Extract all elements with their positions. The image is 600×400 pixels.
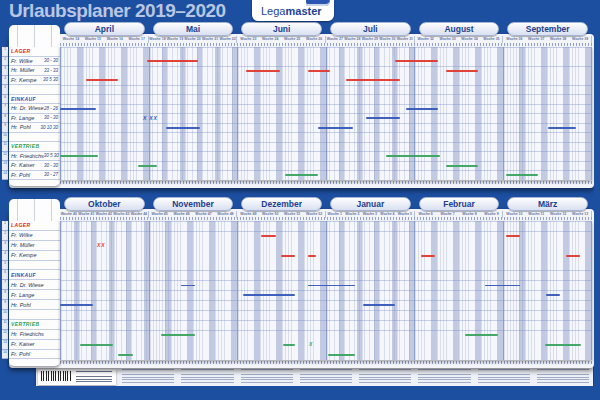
week-label: Woche 29 (361, 36, 379, 43)
week-label: Woche 17 (126, 36, 148, 43)
vacation-mark-kempe (86, 79, 118, 81)
frame-border-bottom (0, 386, 600, 400)
vacation-mark-kaiser (446, 165, 478, 167)
month-week-group: Woche 36Woche 37Woche 38Woche 39 (503, 36, 592, 43)
vacation-mark-kaiser (545, 344, 581, 346)
vacation-marks-layer: X XX (60, 47, 592, 180)
row-number: 4 (2, 76, 8, 86)
member-name: Hr. Friedrichs (11, 153, 44, 159)
week-label: Woche 21 (201, 36, 219, 43)
vacation-days-value: 30 5 30 (43, 77, 58, 82)
day-numbers-footer (60, 181, 592, 184)
week-label: Woche 22 (219, 36, 237, 43)
vacation-mark-lange (546, 294, 560, 296)
vacation-mark-wiese (181, 285, 195, 287)
vacation-days-value: 30 - 30 (44, 115, 58, 120)
frame-border-left (0, 0, 2, 400)
row-number-strip: 1234567891011121314 (2, 47, 8, 180)
planner-panel-winter: OktoberNovemberDezemberJanuarFebruarMärz… (2, 197, 594, 368)
group-label: LAGER (11, 48, 31, 54)
brand-light: Lega (261, 5, 285, 17)
vacation-mark-kempe (308, 255, 316, 257)
vacation-mark-kempe (566, 255, 580, 257)
row-number-strip: 1234567891011121314 (2, 221, 8, 360)
vacation-mark-pohl_e (548, 127, 576, 129)
holiday-legend-column (122, 369, 174, 386)
names-column-header (9, 25, 60, 47)
month-tab-oktober: Oktober (64, 197, 145, 211)
week-label: Woche 26 (303, 36, 325, 43)
month-week-group: Woche 27Woche 28Woche 29Woche 30Woche 31 (326, 36, 415, 43)
spacer-row (9, 85, 60, 95)
brand-bold: master (285, 5, 321, 17)
month-tab-dezember: Dezember (241, 197, 322, 211)
month-tab-november: November (153, 197, 234, 211)
planner-board-photo: Urlaubsplaner 2019–2020 Legamaster April… (0, 0, 600, 400)
week-label: Woche 39 (569, 36, 591, 43)
month-tab-februar: Februar (419, 197, 500, 211)
row-number: 14 (2, 171, 8, 181)
vacation-mark-mueller (246, 70, 280, 72)
row-number: 10 (2, 133, 8, 143)
vacation-mark-pohl_e (363, 304, 395, 306)
vacation-mark-wilke (506, 235, 520, 237)
member-name: Fr. Kempe (11, 252, 36, 258)
member-name: Fr. Wilke (11, 232, 32, 238)
week-label: Woche 35 (480, 36, 502, 43)
vacation-mark-wiese (406, 108, 438, 110)
brand-tab: Legamaster (252, 0, 334, 21)
week-label: Woche 18 (149, 36, 167, 43)
barcode (41, 371, 71, 381)
group-header-lager: LAGER (9, 47, 60, 57)
vacation-mark-friedrichs (161, 334, 195, 336)
vacation-marks-layer: XXX (60, 221, 592, 360)
row-number: 9 (2, 123, 8, 133)
vacation-mark-kaiser (283, 344, 295, 346)
week-label: Woche 19 (166, 36, 184, 43)
week-label: Woche 30 (379, 36, 397, 43)
row-number: 10 (2, 310, 8, 320)
group-header-lager: LAGER (9, 221, 60, 231)
group-header-einkauf: EINKAUF (9, 95, 60, 105)
week-label: Woche 14 (60, 36, 82, 43)
week-label: Woche 34 (459, 36, 481, 43)
group-header-vertrieb: VERTRIEB (9, 142, 60, 152)
row-number: 8 (2, 114, 8, 124)
vacation-mark-wilke (147, 60, 198, 62)
row-number: 5 (2, 261, 8, 271)
calendar-grid: XXX (60, 221, 592, 360)
vacation-days-value: 30 - 30 (44, 163, 58, 168)
row-number: 3 (2, 66, 8, 76)
month-week-group: Woche 14Woche 15Woche 16Woche 17 (60, 36, 149, 43)
month-tab-april: April (64, 22, 145, 36)
member-row-wiese: Hr. Dr. Wiese (9, 280, 60, 290)
vacation-days-value: 30 10 30 (40, 125, 58, 130)
month-tabs-row: OktoberNovemberDezemberJanuarFebruarMärz (60, 197, 592, 211)
row-number: 7 (2, 104, 8, 114)
vacation-mark-kempe (421, 255, 435, 257)
member-name: Hr. Müller (11, 67, 35, 73)
vacation-days-value: 28 - 26 (44, 106, 58, 111)
member-name: Hr. Dr. Wiese (11, 105, 44, 111)
month-tab-september: September (507, 22, 588, 36)
month-week-group: Woche 23Woche 24Woche 25Woche 26 (237, 36, 326, 43)
holiday-legend-column (478, 369, 530, 386)
week-label: Woche 20 (184, 36, 202, 43)
member-row-mueller: Hr. Müller (9, 241, 60, 251)
member-name: Hr. Friedrichs (11, 331, 44, 337)
spacer-row (9, 261, 60, 271)
member-row-pohl_e: Hr. Pohl (9, 300, 60, 310)
week-label: Woche 25 (281, 36, 303, 43)
vacation-mark-pohl_v (328, 354, 355, 356)
group-label: EINKAUF (11, 272, 36, 278)
week-label: Woche 38 (547, 36, 569, 43)
vacation-mark-friedrichs (60, 155, 98, 157)
vacation-mark-kaiser (80, 344, 113, 346)
member-row-kempe: Fr. Kempe (9, 251, 60, 261)
member-name: Fr. Wilke (11, 58, 32, 64)
member-name: Fr. Lange (11, 115, 34, 121)
member-row-kempe: Fr. Kempe30 5 30 (9, 76, 60, 86)
row-number: 6 (2, 270, 8, 280)
holiday-legend-column (181, 369, 233, 386)
member-row-mueller: Hr. Müller33 - 33 (9, 66, 60, 76)
